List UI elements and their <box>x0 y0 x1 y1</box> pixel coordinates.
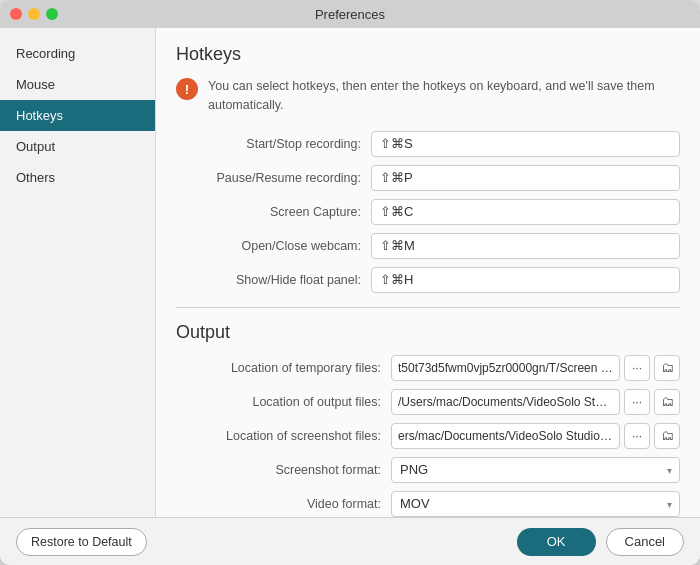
screenshot-files-input[interactable] <box>391 423 620 449</box>
video-format-wrapper: MOV MP4 AVI ▾ <box>391 491 680 517</box>
output-label-screenshot-format: Screenshot format: <box>176 463 391 477</box>
screenshot-files-input-wrapper: ··· 🗂 <box>391 423 680 449</box>
output-row-screenshot-format: Screenshot format: PNG JPG BMP ▾ <box>176 457 680 483</box>
screenshot-format-wrapper: PNG JPG BMP ▾ <box>391 457 680 483</box>
output-row-temp-files: Location of temporary files: ··· 🗂 <box>176 355 680 381</box>
output-section-title: Output <box>176 322 680 343</box>
temp-files-folder-button[interactable]: 🗂 <box>654 355 680 381</box>
main-content: Recording Mouse Hotkeys Output Others Ho… <box>0 28 700 517</box>
output-label-video-format: Video format: <box>176 497 391 511</box>
output-files-dots-button[interactable]: ··· <box>624 389 650 415</box>
hotkey-row-webcam: Open/Close webcam: <box>176 233 680 259</box>
output-files-input-wrapper: ··· 🗂 <box>391 389 680 415</box>
hotkey-input-start-stop[interactable] <box>371 131 680 157</box>
hotkeys-section-title: Hotkeys <box>176 44 680 65</box>
info-banner: ! You can select hotkeys, then enter the… <box>176 77 680 115</box>
sidebar-item-hotkeys[interactable]: Hotkeys <box>0 100 155 131</box>
maximize-button[interactable] <box>46 8 58 20</box>
hotkey-label-start-stop: Start/Stop recording: <box>176 137 371 151</box>
window-title: Preferences <box>315 7 385 22</box>
window-controls <box>10 8 58 20</box>
output-files-folder-button[interactable]: 🗂 <box>654 389 680 415</box>
info-text: You can select hotkeys, then enter the h… <box>208 77 680 115</box>
hotkey-row-pause-resume: Pause/Resume recording: <box>176 165 680 191</box>
minimize-button[interactable] <box>28 8 40 20</box>
output-label-output-files: Location of output files: <box>176 395 391 409</box>
screenshot-files-folder-button[interactable]: 🗂 <box>654 423 680 449</box>
sidebar-item-output[interactable]: Output <box>0 131 155 162</box>
sidebar-item-others[interactable]: Others <box>0 162 155 193</box>
ok-button[interactable]: OK <box>517 528 596 556</box>
temp-files-input-wrapper: ··· 🗂 <box>391 355 680 381</box>
output-label-temp-files: Location of temporary files: <box>176 361 391 375</box>
hotkey-label-webcam: Open/Close webcam: <box>176 239 371 253</box>
screenshot-files-dots-button[interactable]: ··· <box>624 423 650 449</box>
hotkey-input-float-panel[interactable] <box>371 267 680 293</box>
temp-files-input[interactable] <box>391 355 620 381</box>
hotkey-input-webcam[interactable] <box>371 233 680 259</box>
output-row-screenshot-files: Location of screenshot files: ··· 🗂 <box>176 423 680 449</box>
section-divider <box>176 307 680 308</box>
hotkey-row-screen-capture: Screen Capture: <box>176 199 680 225</box>
hotkey-row-float-panel: Show/Hide float panel: <box>176 267 680 293</box>
cancel-button[interactable]: Cancel <box>606 528 684 556</box>
output-files-input[interactable] <box>391 389 620 415</box>
temp-files-dots-button[interactable]: ··· <box>624 355 650 381</box>
hotkey-label-float-panel: Show/Hide float panel: <box>176 273 371 287</box>
hotkey-label-pause-resume: Pause/Resume recording: <box>176 171 371 185</box>
output-row-output-files: Location of output files: ··· 🗂 <box>176 389 680 415</box>
info-icon: ! <box>176 78 198 100</box>
video-format-select[interactable]: MOV MP4 AVI <box>391 491 680 517</box>
sidebar: Recording Mouse Hotkeys Output Others <box>0 28 155 517</box>
restore-default-button[interactable]: Restore to Default <box>16 528 147 556</box>
sidebar-item-recording[interactable]: Recording <box>0 38 155 69</box>
output-label-screenshot-files: Location of screenshot files: <box>176 429 391 443</box>
footer: Restore to Default OK Cancel <box>0 517 700 565</box>
hotkey-row-start-stop: Start/Stop recording: <box>176 131 680 157</box>
sidebar-item-mouse[interactable]: Mouse <box>0 69 155 100</box>
hotkey-input-pause-resume[interactable] <box>371 165 680 191</box>
output-row-video-format: Video format: MOV MP4 AVI ▾ <box>176 491 680 517</box>
hotkey-label-screen-capture: Screen Capture: <box>176 205 371 219</box>
hotkey-input-screen-capture[interactable] <box>371 199 680 225</box>
preferences-window: Preferences Recording Mouse Hotkeys Outp… <box>0 0 700 565</box>
close-button[interactable] <box>10 8 22 20</box>
content-area: Hotkeys ! You can select hotkeys, then e… <box>155 28 700 517</box>
footer-right-buttons: OK Cancel <box>517 528 684 556</box>
title-bar: Preferences <box>0 0 700 28</box>
screenshot-format-select[interactable]: PNG JPG BMP <box>391 457 680 483</box>
